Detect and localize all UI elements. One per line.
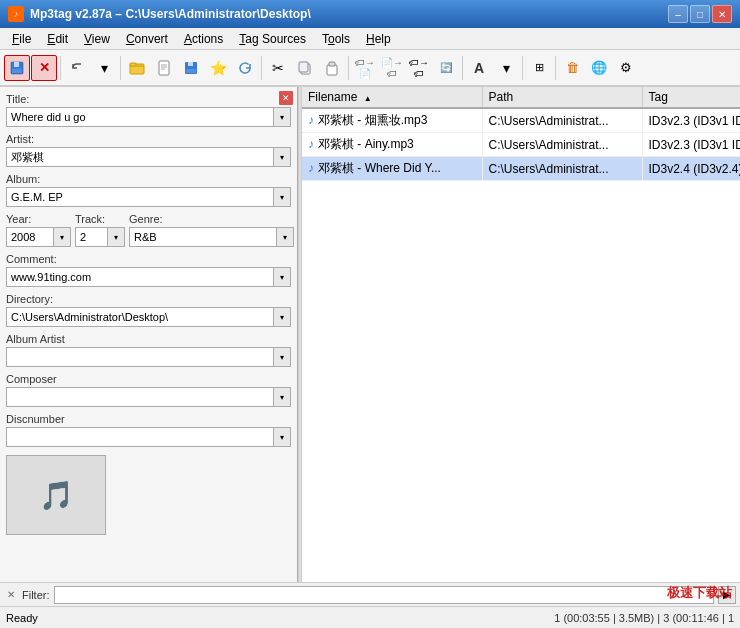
comment-input-wrapper: ▾ (6, 267, 291, 287)
copy-button[interactable] (292, 55, 318, 81)
minimize-button[interactable]: – (668, 5, 688, 23)
artist-input[interactable] (6, 147, 273, 167)
settings-button[interactable]: ⚙ (613, 55, 639, 81)
filter-bar: ✕ Filter: ▶ (0, 582, 740, 606)
svg-rect-4 (130, 63, 136, 66)
year-input[interactable] (6, 227, 53, 247)
filter-input[interactable] (54, 586, 715, 604)
album-artist-input-wrapper: ▾ (6, 347, 291, 367)
col-tag-label: Tag (649, 90, 668, 104)
svg-rect-8 (186, 69, 196, 73)
track-label: Track: (75, 213, 125, 225)
year-track-genre-row: Year: ▾ Track: ▾ Genre: ▾ (6, 213, 291, 247)
album-artist-label: Album Artist (6, 333, 291, 345)
undo-dropdown[interactable]: ▾ (91, 55, 117, 81)
year-field: Year: ▾ (6, 213, 71, 247)
discnumber-dropdown-arrow[interactable]: ▾ (273, 427, 291, 447)
composer-input[interactable] (6, 387, 273, 407)
title-field-group: Title: ▾ (6, 93, 291, 127)
col-tag[interactable]: Tag (642, 87, 740, 108)
album-input[interactable] (6, 187, 273, 207)
title-bar-left: ♪ Mp3tag v2.87a – C:\Users\Administrator… (8, 6, 311, 22)
tag-filename-button[interactable]: 🏷→📄 (352, 55, 378, 81)
save-all-button[interactable] (178, 55, 204, 81)
undo-button[interactable] (64, 55, 90, 81)
sep1 (60, 56, 61, 80)
directory-label: Directory: (6, 293, 291, 305)
filter-close-button[interactable]: ✕ (4, 588, 18, 602)
album-artist-input[interactable] (6, 347, 273, 367)
menu-actions[interactable]: Actions (176, 28, 231, 49)
status-ready: Ready (6, 612, 38, 624)
cut-button[interactable]: ✂ (265, 55, 291, 81)
save-button[interactable] (4, 55, 30, 81)
album-dropdown-arrow[interactable]: ▾ (273, 187, 291, 207)
open-file-button[interactable] (151, 55, 177, 81)
favorites-button[interactable]: ⭐ (205, 55, 231, 81)
table-row[interactable]: ♪邓紫棋 - Ainy.mp3C:\Users\Administrat...ID… (302, 133, 740, 157)
track-dropdown-arrow[interactable]: ▾ (107, 227, 125, 247)
title-input-wrapper: ▾ (6, 107, 291, 127)
close-panel-button[interactable]: ✕ (279, 91, 293, 105)
col-path-label: Path (489, 90, 514, 104)
menu-view[interactable]: View (76, 28, 118, 49)
year-label: Year: (6, 213, 71, 225)
comment-input[interactable] (6, 267, 273, 287)
file-table-wrapper: Filename ▲ Path Tag ♪邓紫棋 - 烟熏妆.mp3C:\Use… (302, 87, 740, 582)
directory-input[interactable] (6, 307, 273, 327)
menu-convert[interactable]: Convert (118, 28, 176, 49)
menu-tools[interactable]: Tools (314, 28, 358, 49)
genre-input[interactable] (129, 227, 276, 247)
track-input[interactable] (75, 227, 107, 247)
comment-dropdown-arrow[interactable]: ▾ (273, 267, 291, 287)
refresh-button[interactable] (232, 55, 258, 81)
table-row[interactable]: ♪邓紫棋 - 烟熏妆.mp3C:\Users\Administrat...ID3… (302, 108, 740, 133)
composer-label: Composer (6, 373, 291, 385)
title-input[interactable] (6, 107, 273, 127)
col-path[interactable]: Path (482, 87, 642, 108)
sep3 (261, 56, 262, 80)
menu-tag-sources[interactable]: Tag Sources (231, 28, 314, 49)
album-artist-dropdown-arrow[interactable]: ▾ (273, 347, 291, 367)
col-filename[interactable]: Filename ▲ (302, 87, 482, 108)
font-button[interactable]: A (466, 55, 492, 81)
directory-dropdown-arrow[interactable]: ▾ (273, 307, 291, 327)
album-field-group: Album: ▾ (6, 173, 291, 207)
year-dropdown-arrow[interactable]: ▾ (53, 227, 71, 247)
tag-tag-2-button[interactable]: 🔄 (433, 55, 459, 81)
composer-field-group: Composer ▾ (6, 373, 291, 407)
discnumber-input[interactable] (6, 427, 273, 447)
close-button[interactable]: ✕ (712, 5, 732, 23)
composer-dropdown-arrow[interactable]: ▾ (273, 387, 291, 407)
open-folder-button[interactable] (124, 55, 150, 81)
sep7 (555, 56, 556, 80)
columns-button[interactable]: ⊞ (526, 55, 552, 81)
filename-tag-button[interactable]: 📄→🏷 (379, 55, 405, 81)
maximize-button[interactable]: □ (690, 5, 710, 23)
cell-tag: ID3v2.3 (ID3v1 ID (642, 133, 740, 157)
menu-help[interactable]: Help (358, 28, 399, 49)
year-input-wrapper: ▾ (6, 227, 71, 247)
cell-filename: ♪邓紫棋 - 烟熏妆.mp3 (302, 108, 482, 133)
tag-tag-button[interactable]: 🏷→🏷 (406, 55, 432, 81)
menu-file[interactable]: File (4, 28, 39, 49)
paste-button[interactable] (319, 55, 345, 81)
menu-edit[interactable]: Edit (39, 28, 76, 49)
genre-dropdown-arrow[interactable]: ▾ (276, 227, 294, 247)
album-label: Album: (6, 173, 291, 185)
svg-rect-12 (329, 62, 335, 66)
artist-dropdown-arrow[interactable]: ▾ (273, 147, 291, 167)
font-dropdown[interactable]: ▾ (493, 55, 519, 81)
watermark: 极速下载站 (667, 584, 732, 602)
title-label: Title: (6, 93, 291, 105)
table-row[interactable]: ♪邓紫棋 - Where Did Y...C:\Users\Administra… (302, 157, 740, 181)
svg-rect-10 (299, 62, 308, 72)
artist-label: Artist: (6, 133, 291, 145)
cancel-button[interactable]: ✕ (31, 55, 57, 81)
web-button[interactable]: 🌐 (586, 55, 612, 81)
sep2 (120, 56, 121, 80)
status-stats: 1 (00:03:55 | 3.5MB) | 3 (00:11:46 | 1 (554, 612, 734, 624)
col-filename-label: Filename (308, 90, 357, 104)
remove-tags-button[interactable]: 🗑 (559, 55, 585, 81)
title-dropdown-arrow[interactable]: ▾ (273, 107, 291, 127)
